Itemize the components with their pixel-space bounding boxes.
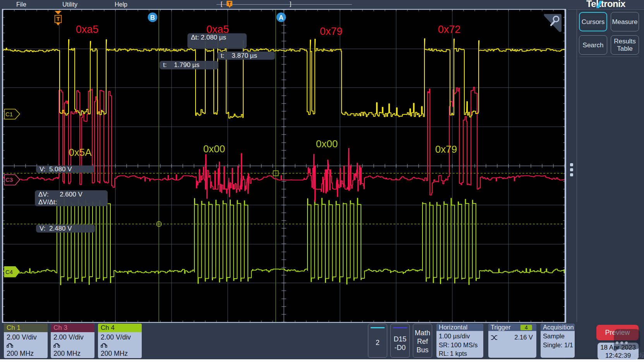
svg-text:C3: C3 <box>5 176 13 183</box>
svg-text:0x72: 0x72 <box>438 24 461 35</box>
svg-text:0xa5: 0xa5 <box>76 24 99 35</box>
svg-text:0x00: 0x00 <box>316 138 338 150</box>
svg-text:0x00: 0x00 <box>203 143 225 155</box>
svg-text:0x79: 0x79 <box>320 26 343 37</box>
svg-text:C4: C4 <box>5 269 13 275</box>
svg-text:A: A <box>279 14 283 21</box>
svg-text:T: T <box>57 16 60 22</box>
svg-text:B: B <box>150 14 155 21</box>
svg-text:0x5A: 0x5A <box>69 147 92 158</box>
svg-text:0x79: 0x79 <box>435 143 457 155</box>
svg-text:C1: C1 <box>5 111 13 117</box>
